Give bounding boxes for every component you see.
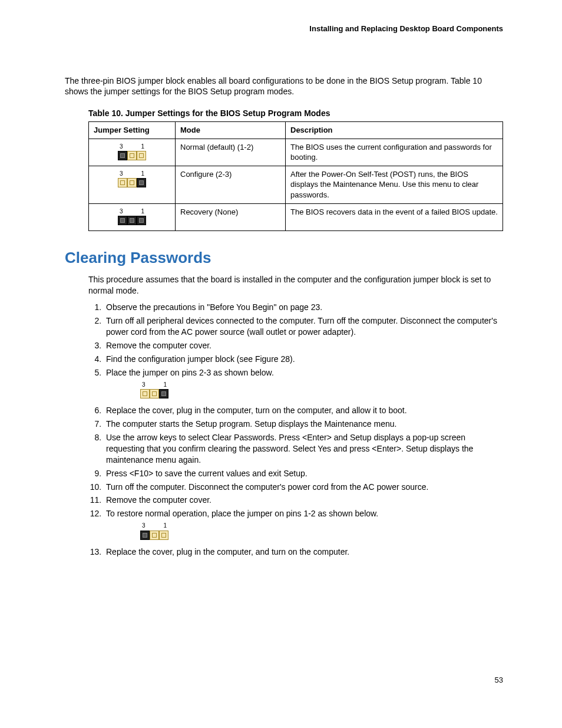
list-item: The computer starts the Setup program. S… [104,419,503,430]
cell-desc: After the Power-On Self-Test (POST) runs… [286,166,503,203]
th-jumper: Jumper Setting [89,122,176,139]
list-item: Replace the cover, plug in the computer,… [104,546,503,558]
list-item: Turn off the computer. Disconnect the co… [104,482,503,493]
table-row: 31 Recovery (None) The BIOS recovers dat… [89,203,503,230]
list-item: To restore normal operation, place the j… [104,508,503,542]
steps-list: Observe the precautions in "Before You B… [88,302,503,557]
section-heading: Clearing Passwords [65,248,503,268]
page-header: Installing and Replacing Desktop Board C… [65,24,503,34]
jumper-diagram-recovery: 31 [118,207,146,226]
th-mode: Mode [176,122,286,139]
list-item: Turn off all peripheral devices connecte… [104,315,503,338]
list-item: Remove the computer cover. [104,495,503,506]
table-row: 31 Normal (default) (1-2) The BIOS uses … [89,139,503,166]
list-item: Find the configuration jumper block (see… [104,354,503,365]
list-item: Observe the precautions in "Before You B… [104,302,503,313]
table-title: Table 10. Jumper Settings for the BIOS S… [88,108,503,119]
intro-paragraph: The three-pin BIOS jumper block enables … [65,75,503,98]
list-item: Remove the computer cover. [104,340,503,351]
jumper-diagram-step5: 31 [140,381,168,399]
jumper-settings-table: Jumper Setting Mode Description 31 Norma… [88,121,503,230]
cell-mode: Configure (2-3) [176,166,286,203]
jumper-diagram-normal: 31 [118,143,146,161]
list-item: Replace the cover, plug in the computer,… [104,405,503,416]
page-number: 53 [65,675,503,686]
list-item: Place the jumper on pins 2-3 as shown be… [104,367,503,401]
section-intro: This procedure assumes that the board is… [88,274,503,297]
cell-desc: The BIOS recovers data in the event of a… [286,203,503,230]
th-desc: Description [286,122,503,139]
cell-desc: The BIOS uses the current configuration … [286,139,503,166]
table-row: 31 Configure (2-3) After the Power-On Se… [89,166,503,203]
cell-mode: Normal (default) (1-2) [176,139,286,166]
cell-mode: Recovery (None) [176,203,286,230]
jumper-diagram-step12: 31 [140,522,168,540]
list-item: Use the arrow keys to select Clear Passw… [104,432,503,466]
list-item: Press <F10> to save the current values a… [104,468,503,479]
jumper-diagram-configure: 31 [118,170,146,188]
